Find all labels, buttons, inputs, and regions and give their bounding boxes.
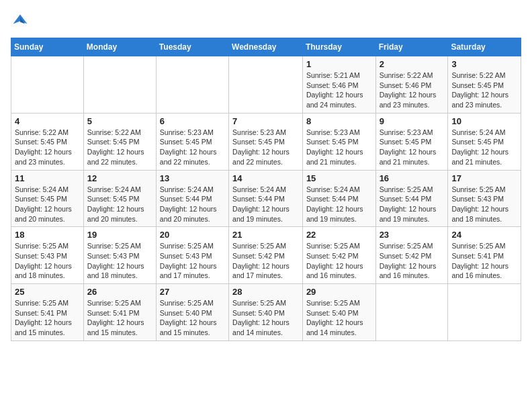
day-number: 1 xyxy=(306,59,372,69)
day-info: Sunrise: 5:24 AM Sunset: 5:45 PM Dayligh… xyxy=(15,185,80,224)
calendar-cell: 1Sunrise: 5:21 AM Sunset: 5:46 PM Daylig… xyxy=(302,56,375,113)
calendar-cell: 7Sunrise: 5:23 AM Sunset: 5:45 PM Daylig… xyxy=(229,113,303,170)
calendar-cell: 9Sunrise: 5:23 AM Sunset: 5:45 PM Daylig… xyxy=(375,113,448,170)
day-info: Sunrise: 5:24 AM Sunset: 5:44 PM Dayligh… xyxy=(160,185,225,224)
weekday-header: Tuesday xyxy=(156,38,228,56)
day-number: 12 xyxy=(87,173,152,183)
day-info: Sunrise: 5:21 AM Sunset: 5:46 PM Dayligh… xyxy=(306,71,372,110)
day-number: 5 xyxy=(87,116,152,126)
day-number: 11 xyxy=(15,173,80,183)
day-info: Sunrise: 5:23 AM Sunset: 5:45 PM Dayligh… xyxy=(232,128,299,167)
day-info: Sunrise: 5:25 AM Sunset: 5:43 PM Dayligh… xyxy=(160,241,225,281)
day-number: 15 xyxy=(306,173,372,183)
calendar-cell: 23Sunrise: 5:25 AM Sunset: 5:42 PM Dayli… xyxy=(375,227,448,284)
day-info: Sunrise: 5:25 AM Sunset: 5:41 PM Dayligh… xyxy=(451,241,517,281)
calendar-cell xyxy=(229,56,303,113)
calendar-cell: 24Sunrise: 5:25 AM Sunset: 5:41 PM Dayli… xyxy=(448,227,521,284)
calendar-cell: 15Sunrise: 5:24 AM Sunset: 5:44 PM Dayli… xyxy=(302,170,375,227)
page-header xyxy=(11,11,521,30)
day-number: 24 xyxy=(451,230,517,240)
day-number: 25 xyxy=(15,287,80,297)
calendar-cell: 14Sunrise: 5:24 AM Sunset: 5:44 PM Dayli… xyxy=(229,170,303,227)
day-number: 20 xyxy=(160,230,225,240)
calendar-cell xyxy=(83,56,156,113)
day-info: Sunrise: 5:22 AM Sunset: 5:45 PM Dayligh… xyxy=(451,71,517,110)
day-number: 27 xyxy=(160,287,225,297)
calendar-week-row: 1Sunrise: 5:21 AM Sunset: 5:46 PM Daylig… xyxy=(11,56,521,113)
day-info: Sunrise: 5:23 AM Sunset: 5:45 PM Dayligh… xyxy=(306,128,372,167)
weekday-header: Thursday xyxy=(302,38,375,56)
calendar-cell: 10Sunrise: 5:24 AM Sunset: 5:45 PM Dayli… xyxy=(448,113,521,170)
weekday-header: Friday xyxy=(375,38,448,56)
day-info: Sunrise: 5:23 AM Sunset: 5:45 PM Dayligh… xyxy=(380,128,445,167)
day-number: 19 xyxy=(87,230,152,240)
day-number: 3 xyxy=(451,59,517,69)
calendar-cell: 22Sunrise: 5:25 AM Sunset: 5:42 PM Dayli… xyxy=(302,227,375,284)
calendar-cell: 3Sunrise: 5:22 AM Sunset: 5:45 PM Daylig… xyxy=(448,56,521,113)
day-number: 29 xyxy=(306,287,372,297)
calendar-cell: 11Sunrise: 5:24 AM Sunset: 5:45 PM Dayli… xyxy=(11,170,84,227)
day-info: Sunrise: 5:25 AM Sunset: 5:42 PM Dayligh… xyxy=(380,241,445,281)
calendar-cell: 6Sunrise: 5:23 AM Sunset: 5:45 PM Daylig… xyxy=(156,113,228,170)
day-number: 9 xyxy=(380,116,445,126)
day-info: Sunrise: 5:25 AM Sunset: 5:43 PM Dayligh… xyxy=(451,185,517,224)
calendar-cell xyxy=(11,56,84,113)
day-info: Sunrise: 5:23 AM Sunset: 5:45 PM Dayligh… xyxy=(160,128,225,167)
calendar-week-row: 18Sunrise: 5:25 AM Sunset: 5:43 PM Dayli… xyxy=(11,227,521,284)
calendar-week-row: 11Sunrise: 5:24 AM Sunset: 5:45 PM Dayli… xyxy=(11,170,521,227)
day-number: 10 xyxy=(451,116,517,126)
weekday-header: Wednesday xyxy=(229,38,303,56)
logo-icon xyxy=(11,11,30,30)
day-info: Sunrise: 5:24 AM Sunset: 5:44 PM Dayligh… xyxy=(306,185,372,224)
calendar-cell: 28Sunrise: 5:25 AM Sunset: 5:40 PM Dayli… xyxy=(229,284,303,341)
day-info: Sunrise: 5:25 AM Sunset: 5:41 PM Dayligh… xyxy=(87,298,152,338)
day-info: Sunrise: 5:24 AM Sunset: 5:44 PM Dayligh… xyxy=(232,185,299,224)
day-number: 4 xyxy=(15,116,80,126)
day-info: Sunrise: 5:24 AM Sunset: 5:45 PM Dayligh… xyxy=(87,185,152,224)
day-number: 21 xyxy=(232,230,299,240)
day-info: Sunrise: 5:24 AM Sunset: 5:45 PM Dayligh… xyxy=(451,128,517,167)
day-info: Sunrise: 5:25 AM Sunset: 5:40 PM Dayligh… xyxy=(306,298,372,338)
calendar-week-row: 25Sunrise: 5:25 AM Sunset: 5:41 PM Dayli… xyxy=(11,284,521,341)
day-info: Sunrise: 5:25 AM Sunset: 5:40 PM Dayligh… xyxy=(160,298,225,338)
calendar-cell: 21Sunrise: 5:25 AM Sunset: 5:42 PM Dayli… xyxy=(229,227,303,284)
day-number: 23 xyxy=(380,230,445,240)
day-number: 7 xyxy=(232,116,299,126)
calendar-cell: 18Sunrise: 5:25 AM Sunset: 5:43 PM Dayli… xyxy=(11,227,84,284)
calendar-cell xyxy=(375,284,448,341)
weekday-header: Sunday xyxy=(11,38,84,56)
day-number: 26 xyxy=(87,287,152,297)
day-number: 28 xyxy=(232,287,299,297)
weekday-header: Monday xyxy=(83,38,156,56)
day-number: 14 xyxy=(232,173,299,183)
calendar-cell: 17Sunrise: 5:25 AM Sunset: 5:43 PM Dayli… xyxy=(448,170,521,227)
day-info: Sunrise: 5:25 AM Sunset: 5:42 PM Dayligh… xyxy=(306,241,372,281)
calendar-cell: 2Sunrise: 5:22 AM Sunset: 5:46 PM Daylig… xyxy=(375,56,448,113)
day-info: Sunrise: 5:25 AM Sunset: 5:42 PM Dayligh… xyxy=(232,241,299,281)
calendar-cell: 29Sunrise: 5:25 AM Sunset: 5:40 PM Dayli… xyxy=(302,284,375,341)
day-number: 8 xyxy=(306,116,372,126)
day-info: Sunrise: 5:22 AM Sunset: 5:46 PM Dayligh… xyxy=(380,71,445,110)
day-info: Sunrise: 5:25 AM Sunset: 5:44 PM Dayligh… xyxy=(380,185,445,224)
calendar-table: SundayMondayTuesdayWednesdayThursdayFrid… xyxy=(11,38,521,341)
calendar-cell: 5Sunrise: 5:22 AM Sunset: 5:45 PM Daylig… xyxy=(83,113,156,170)
day-number: 6 xyxy=(160,116,225,126)
day-info: Sunrise: 5:25 AM Sunset: 5:40 PM Dayligh… xyxy=(232,298,299,338)
day-info: Sunrise: 5:22 AM Sunset: 5:45 PM Dayligh… xyxy=(15,128,80,167)
day-info: Sunrise: 5:25 AM Sunset: 5:43 PM Dayligh… xyxy=(15,241,80,281)
calendar-cell: 4Sunrise: 5:22 AM Sunset: 5:45 PM Daylig… xyxy=(11,113,84,170)
day-info: Sunrise: 5:22 AM Sunset: 5:45 PM Dayligh… xyxy=(87,128,152,167)
calendar-cell: 16Sunrise: 5:25 AM Sunset: 5:44 PM Dayli… xyxy=(375,170,448,227)
calendar-cell: 27Sunrise: 5:25 AM Sunset: 5:40 PM Dayli… xyxy=(156,284,228,341)
calendar-cell: 26Sunrise: 5:25 AM Sunset: 5:41 PM Dayli… xyxy=(83,284,156,341)
calendar-cell: 13Sunrise: 5:24 AM Sunset: 5:44 PM Dayli… xyxy=(156,170,228,227)
calendar-cell: 20Sunrise: 5:25 AM Sunset: 5:43 PM Dayli… xyxy=(156,227,228,284)
weekday-header: Saturday xyxy=(448,38,521,56)
day-number: 13 xyxy=(160,173,225,183)
calendar-cell: 19Sunrise: 5:25 AM Sunset: 5:43 PM Dayli… xyxy=(83,227,156,284)
day-number: 16 xyxy=(380,173,445,183)
day-info: Sunrise: 5:25 AM Sunset: 5:43 PM Dayligh… xyxy=(87,241,152,281)
logo xyxy=(11,11,32,30)
day-info: Sunrise: 5:25 AM Sunset: 5:41 PM Dayligh… xyxy=(15,298,80,338)
day-number: 22 xyxy=(306,230,372,240)
